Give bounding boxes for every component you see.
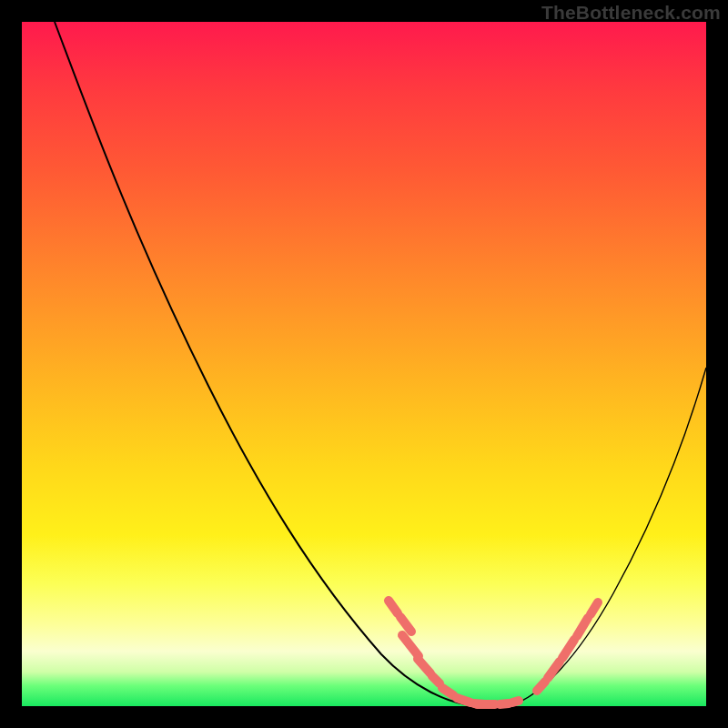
svg-line-4: [432, 676, 440, 683]
curve-right-arm: [513, 368, 706, 704]
chart-svg: [22, 22, 706, 706]
svg-line-15: [591, 602, 598, 614]
svg-line-1: [400, 617, 411, 632]
svg-line-9: [500, 703, 509, 704]
svg-line-12: [548, 662, 560, 678]
svg-line-5: [442, 688, 453, 695]
svg-line-14: [577, 618, 588, 636]
svg-line-11: [537, 682, 545, 691]
curve-left-arm: [55, 22, 475, 705]
highlight-right: [537, 602, 598, 691]
svg-line-2: [402, 635, 419, 656]
highlight-left: [389, 601, 440, 683]
chart-frame: TheBottleneck.com: [0, 0, 728, 728]
svg-line-3: [418, 659, 430, 673]
svg-line-0: [389, 601, 398, 613]
watermark-text: TheBottleneck.com: [541, 2, 721, 24]
svg-line-6: [457, 698, 470, 703]
svg-line-10: [512, 701, 519, 703]
